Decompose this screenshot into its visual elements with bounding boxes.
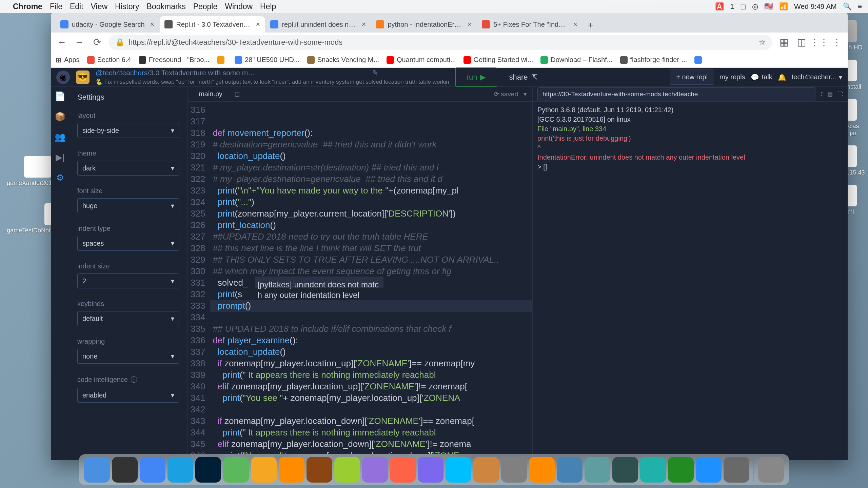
share-button[interactable]: share ⇱ [503, 68, 544, 86]
code-line[interactable]: location_update() [210, 346, 532, 358]
code-content[interactable]: def movement_reporter():# destination=ge… [210, 102, 532, 460]
browser-tab[interactable]: udacity - Google Search× [56, 16, 159, 33]
dock-app[interactable] [473, 457, 499, 483]
close-tab-icon[interactable]: × [468, 20, 472, 29]
dock-app[interactable] [612, 457, 638, 483]
code-line[interactable]: print_location() [210, 220, 532, 231]
dock-app[interactable] [640, 457, 666, 483]
code-line[interactable]: print("You see "+ zonemap[my_player.loca… [210, 392, 532, 404]
bookmark-item[interactable]: Quantum computi... [387, 56, 456, 64]
bookmark-item[interactable] [217, 56, 227, 64]
code-line[interactable]: elif zonemap[my_player.location_down]['Z… [210, 439, 532, 450]
dock-app[interactable] [251, 457, 277, 483]
bookmark-item[interactable]: Section 6.4 [87, 56, 131, 64]
wifi-icon[interactable]: 📶 [779, 2, 788, 11]
bookmark-item[interactable]: Freesound - "Broo... [139, 56, 210, 64]
talk-link[interactable]: 💬 talk [751, 73, 772, 81]
bookmark-item[interactable] [694, 56, 705, 64]
dock-app[interactable] [167, 457, 193, 483]
vcs-icon[interactable]: 👥 [55, 131, 65, 142]
app-name[interactable]: Chrome [13, 2, 42, 11]
run-button[interactable]: run ▶ [455, 67, 497, 87]
ext-icon[interactable]: ▦ [778, 36, 790, 48]
menu-history[interactable]: History [115, 2, 139, 11]
dock-app[interactable] [557, 457, 583, 483]
browser-tab[interactable]: 5+ Fixes For The "Indentation× [477, 16, 582, 33]
notif-icon[interactable]: ≡ [858, 2, 862, 11]
replit-logo-icon[interactable]: ◉ [56, 70, 70, 84]
code-line[interactable]: print(" It appears there is nothing imme… [210, 427, 532, 439]
keybinds-select[interactable]: default▾ [77, 311, 179, 326]
dock-app[interactable] [334, 457, 360, 483]
files-icon[interactable]: 📄 [55, 91, 65, 102]
menu-edit[interactable]: Edit [70, 2, 83, 11]
debug-icon[interactable]: ▶| [55, 152, 65, 163]
forward-button[interactable]: → [73, 36, 85, 48]
my-repls-link[interactable]: my repls [719, 73, 745, 81]
flag-icon[interactable]: 🇺🇸 [764, 2, 773, 11]
packages-icon[interactable]: 📦 [55, 111, 65, 122]
indent-size-select[interactable]: 2▾ [77, 273, 179, 288]
menu-window[interactable]: Window [225, 2, 253, 11]
apps-button[interactable]: ⊞ Apps [56, 56, 80, 64]
browser-tab[interactable]: Repl.it - 3.0 Textadventure wi× [160, 16, 265, 33]
dock-app[interactable] [418, 457, 443, 483]
code-line[interactable] [210, 404, 532, 415]
fontsize-select[interactable]: huge▾ [77, 198, 179, 213]
dock-app[interactable] [724, 457, 749, 483]
back-button[interactable]: ← [56, 36, 68, 48]
code-line[interactable]: ## UPDATED 2018 to include if/elif combi… [210, 323, 532, 335]
notif-bell-icon[interactable]: 🔔 [778, 73, 786, 81]
ext-icon[interactable]: ⋮⋮ [813, 36, 825, 48]
code-line[interactable]: def movement_reporter(): [210, 127, 532, 139]
info-icon[interactable]: ⓘ [131, 375, 137, 384]
adobe-icon[interactable]: 🅰️ [715, 2, 724, 11]
dock-app[interactable] [140, 457, 165, 483]
new-tab-button[interactable]: + [583, 18, 598, 33]
code-line[interactable]: ## this next line is the line I think th… [210, 243, 532, 254]
code-line[interactable]: if zonemap[my_player.location_down]['ZON… [210, 415, 532, 427]
bookmark-item[interactable]: 28" UE590 UHD... [235, 56, 300, 64]
code-line[interactable]: print("\n"+"You have made your way to th… [210, 185, 532, 197]
console-icon[interactable]: ▤ [828, 91, 833, 97]
dock-app[interactable] [758, 457, 784, 483]
dock-app[interactable] [223, 457, 249, 483]
ext-icon[interactable]: ◫ [795, 36, 808, 48]
menu-people[interactable]: People [193, 2, 218, 11]
dock-app[interactable] [585, 457, 610, 483]
code-line[interactable]: elif zonemap[my_player.location_up]['ZON… [210, 381, 532, 392]
reload-button[interactable]: ⟳ [91, 36, 103, 48]
code-line[interactable]: print(zonemap[my_player.current_location… [210, 208, 532, 220]
console-output[interactable]: Python 3.6.8 (default, Jun 11 2019, 01:2… [533, 102, 848, 460]
layout-select[interactable]: side-by-side▾ [77, 123, 179, 138]
settings-icon[interactable]: ⚙ [55, 172, 65, 183]
code-line[interactable]: ## THIS ONLY SETS TO TRUE AFTER LEAVING … [210, 254, 532, 266]
dock-app[interactable] [279, 457, 304, 483]
browser-tab[interactable]: repl.it unindent does not matc× [265, 16, 371, 33]
menu-bookmarks[interactable]: Bookmarks [147, 2, 186, 11]
code-line[interactable] [210, 312, 532, 323]
spotlight-icon[interactable]: 🔍 [843, 2, 852, 11]
bookmark-item[interactable]: flashforge-finder-... [620, 56, 687, 64]
code-line[interactable]: # my_player.destination=genericvalue ## … [210, 174, 532, 185]
expand-icon[interactable]: ⛶ [837, 91, 843, 97]
star-icon[interactable]: ☆ [759, 38, 766, 47]
dock-app[interactable] [84, 457, 110, 483]
bookmark-item[interactable]: Download – Flashf... [540, 56, 612, 64]
wrapping-select[interactable]: none▾ [77, 349, 179, 364]
dock-app[interactable] [501, 457, 527, 483]
browser-tab[interactable]: python - IndentationError: uni× [371, 16, 476, 33]
code-line[interactable]: # my_player.destination=str(destination)… [210, 162, 532, 174]
dock-app[interactable] [446, 457, 471, 483]
code-line[interactable] [210, 104, 532, 116]
dock-app[interactable] [529, 457, 555, 483]
close-tab-icon[interactable]: × [573, 20, 578, 29]
dropdown-icon[interactable]: ▾ [524, 90, 527, 98]
bookmark-item[interactable]: Snacks Vending M... [307, 56, 379, 64]
bluetooth-icon[interactable]: ◎ [752, 2, 758, 11]
user-avatar[interactable]: 😎 [76, 70, 90, 84]
dock-app[interactable] [696, 457, 722, 483]
indent-type-select[interactable]: spaces▾ [77, 236, 179, 251]
split-icon[interactable]: ◫ [235, 91, 240, 97]
status-icon[interactable]: ◻ [740, 2, 746, 11]
